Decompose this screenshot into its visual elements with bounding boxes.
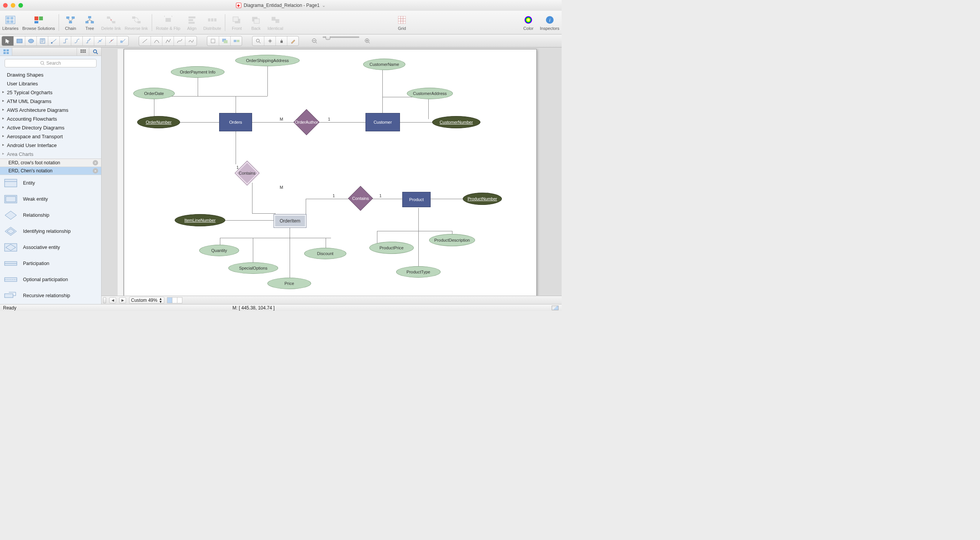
pointer-tool[interactable] — [2, 36, 13, 46]
zoom-window-button[interactable] — [18, 3, 23, 8]
shape-participation[interactable]: Participation — [0, 255, 101, 272]
canvas-area[interactable]: Orders Customer Product OrderItem OrderA… — [102, 47, 562, 304]
line-tool[interactable] — [139, 36, 151, 46]
ungroup-tool[interactable] — [230, 36, 242, 46]
curve-tool[interactable] — [151, 36, 162, 46]
connector-1-tool[interactable] — [48, 36, 59, 46]
close-icon[interactable]: × — [93, 160, 98, 165]
attr-productprice[interactable]: ProductPrice — [369, 242, 414, 254]
shape-identifying-relationship[interactable]: Identifying relationship — [0, 223, 101, 239]
shape-attribute[interactable]: Attribute — [0, 304, 101, 304]
color-button[interactable]: Color — [521, 15, 536, 31]
shape-associative-entity[interactable]: Associative entity — [0, 239, 101, 255]
crop-tool[interactable] — [207, 36, 219, 46]
zoom-in-button[interactable] — [362, 36, 373, 46]
relationship-contains-1[interactable]: Contains — [234, 160, 259, 185]
zoom-tool[interactable] — [252, 36, 264, 46]
relationship-orderauthor[interactable]: OrderAuthor — [293, 109, 320, 135]
connector-3-tool[interactable] — [71, 36, 82, 46]
attr-customeraddress[interactable]: CustomerAddress — [407, 88, 453, 99]
freehand-tool[interactable] — [185, 36, 197, 46]
sidebar-view-grid[interactable] — [77, 48, 89, 56]
spline-tool[interactable] — [174, 36, 185, 46]
connector-2-tool[interactable] — [59, 36, 71, 46]
polyline-tool[interactable] — [162, 36, 174, 46]
keyattr-ordernumber[interactable]: OrderNumber — [137, 116, 180, 128]
connector-7-tool[interactable] — [117, 36, 128, 46]
connector-4-tool[interactable] — [82, 36, 94, 46]
tree-item[interactable]: 25 Typical Orgcharts — [0, 88, 101, 97]
attr-orderpayment[interactable]: OrderPayment Info — [171, 66, 225, 78]
attr-discount[interactable]: Discount — [304, 248, 346, 259]
shape-relationship[interactable]: Relationship — [0, 207, 101, 223]
inspectors-button[interactable]: i Inspectors — [540, 15, 559, 31]
attr-quantity[interactable]: Quantity — [199, 245, 239, 256]
keyattr-itemlinenumber[interactable]: ItemLineNumber — [175, 214, 225, 226]
shape-recursive-relationship[interactable]: Recursive relationship — [0, 288, 101, 304]
text-tool[interactable] — [36, 36, 48, 46]
tree-item[interactable]: Active Directory Diagrams — [0, 123, 101, 132]
weak-entity-orderitem[interactable]: OrderItem — [274, 214, 306, 228]
attr-price[interactable]: Price — [267, 278, 311, 289]
tree-button[interactable]: Tree — [82, 15, 97, 31]
splitter-handle[interactable] — [103, 297, 106, 303]
sidebar-top-input[interactable] — [12, 49, 77, 55]
page-tab-1[interactable] — [167, 297, 172, 303]
resize-grip-icon[interactable] — [552, 306, 559, 310]
close-icon[interactable]: × — [93, 168, 98, 173]
zoom-slider-knob[interactable] — [326, 36, 330, 40]
sidebar-view-search[interactable] — [89, 48, 101, 56]
tree-item[interactable]: ATM UML Diagrams — [0, 97, 101, 106]
chevron-down-icon[interactable]: ⌄ — [322, 3, 326, 8]
library-tab-crow[interactable]: ERD, crow's foot notation × — [0, 159, 101, 167]
connector-6-tool[interactable] — [105, 36, 117, 46]
page-tab-3[interactable] — [177, 297, 182, 303]
drawing-canvas[interactable]: Orders Customer Product OrderItem OrderA… — [124, 49, 537, 296]
tree-item[interactable]: Accounting Flowcharts — [0, 115, 101, 123]
group-tool[interactable] — [219, 36, 230, 46]
library-tab-chen[interactable]: ERD, Chen's notation × — [0, 167, 101, 175]
tree-item[interactable]: Drawing Shapes — [0, 70, 101, 79]
keyattr-productnumber[interactable]: ProductNumber — [463, 193, 502, 205]
search-icon — [40, 61, 45, 65]
tree-item[interactable]: Aerospace and Transport — [0, 132, 101, 141]
zoom-out-button[interactable] — [309, 36, 320, 46]
attr-specialoptions[interactable]: SpecialOptions — [228, 262, 278, 274]
zoom-slider[interactable] — [323, 36, 359, 38]
rect-tool[interactable] — [13, 36, 25, 46]
ellipse-tool[interactable] — [25, 36, 36, 46]
eyedropper-tool[interactable] — [275, 36, 287, 46]
entity-product[interactable]: Product — [402, 192, 431, 207]
zoom-select[interactable]: Custom 49% ▲▼ — [129, 297, 164, 304]
tree-item[interactable]: Area Charts — [0, 150, 101, 159]
entity-customer[interactable]: Customer — [365, 113, 400, 131]
pencil-tool[interactable] — [287, 36, 298, 46]
next-page-button[interactable]: ▶ — [119, 297, 126, 303]
connector-5-tool[interactable] — [94, 36, 105, 46]
sidebar-search-input[interactable]: Search — [5, 59, 97, 67]
tree-item[interactable]: AWS Architecture Diagrams — [0, 106, 101, 115]
browse-solutions-button[interactable]: Browse Solutions — [22, 15, 55, 31]
tree-item[interactable]: User Libraries — [0, 79, 101, 88]
attr-customername[interactable]: CustomerName — [363, 59, 405, 70]
attr-productdescription[interactable]: ProductDescription — [429, 234, 475, 246]
libraries-button[interactable]: Libraries — [2, 15, 18, 31]
attr-producttype[interactable]: ProductType — [396, 266, 441, 278]
attr-ordershipping[interactable]: OrderShippingAddress — [235, 55, 300, 66]
sidebar-mode-shapes[interactable] — [0, 48, 12, 56]
close-window-button[interactable] — [3, 3, 8, 8]
grid-button[interactable]: Grid — [394, 15, 410, 31]
tree-item[interactable]: Android User Interface — [0, 141, 101, 150]
page-tab-2[interactable] — [172, 297, 177, 303]
relationship-contains-2[interactable]: Contains — [348, 186, 373, 211]
keyattr-customernumber[interactable]: CustomerNumber — [432, 116, 480, 128]
chain-button[interactable]: Chain — [63, 15, 78, 31]
prev-page-button[interactable]: ◀ — [109, 297, 116, 303]
entity-orders[interactable]: Orders — [219, 113, 252, 131]
shape-weak-entity[interactable]: Weak entity — [0, 191, 101, 207]
shape-entity[interactable]: Entity — [0, 175, 101, 191]
shape-optional-participation[interactable]: Optional participation — [0, 272, 101, 288]
pan-tool[interactable] — [264, 36, 275, 46]
attr-orderdate[interactable]: OrderDate — [133, 88, 175, 99]
minimize-window-button[interactable] — [11, 3, 15, 8]
